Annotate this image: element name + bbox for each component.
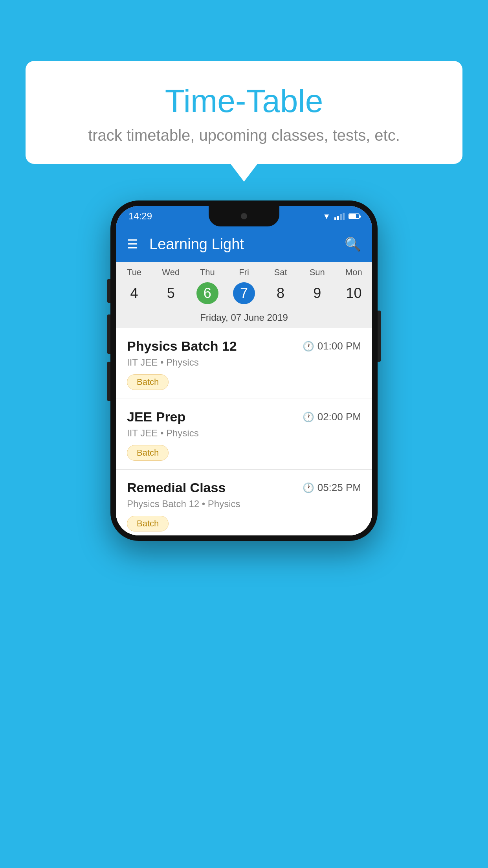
status-time: 14:29 <box>128 211 152 222</box>
phone-mockup: 14:29 ▼ ☰ Learning Light 🔍 <box>110 200 378 541</box>
phone-btn-vol-up <box>107 314 110 354</box>
item-subtitle-1: IIT JEE • Physics <box>127 428 361 439</box>
day-number-5[interactable]: 5 <box>160 282 182 304</box>
bubble-subtitle: track timetable, upcoming classes, tests… <box>49 127 439 144</box>
selected-date-label: Friday, 07 June 2019 <box>116 307 372 328</box>
calendar-day-fri[interactable]: Fri 7 <box>226 267 262 304</box>
item-title-0: Physics Batch 12 <box>127 338 237 354</box>
clock-icon-1: 🕐 <box>303 412 314 423</box>
day-number-6[interactable]: 6 <box>196 282 218 304</box>
search-icon[interactable]: 🔍 <box>345 236 361 252</box>
battery-fill <box>349 214 356 218</box>
schedule-item-header-0: Physics Batch 12 🕐 01:00 PM <box>127 338 361 354</box>
batch-tag-1: Batch <box>127 445 169 461</box>
item-time-2: 🕐 05:25 PM <box>303 482 361 494</box>
signal-icon <box>334 213 345 220</box>
phone-outer: 14:29 ▼ ☰ Learning Light 🔍 <box>110 200 378 541</box>
phone-btn-vol-down <box>107 362 110 401</box>
day-name-tue: Tue <box>116 267 152 278</box>
calendar-day-thu[interactable]: Thu 6 <box>189 267 226 304</box>
calendar-day-mon[interactable]: Mon 10 <box>336 267 372 304</box>
day-number-4[interactable]: 4 <box>123 282 145 304</box>
phone-btn-mute <box>107 279 110 303</box>
day-name-fri: Fri <box>226 267 262 278</box>
item-title-2: Remedial Class <box>127 480 226 495</box>
status-icons: ▼ <box>323 212 360 221</box>
clock-icon-0: 🕐 <box>303 341 314 352</box>
wifi-icon: ▼ <box>323 212 330 221</box>
day-name-thu: Thu <box>189 267 226 278</box>
calendar-section: Tue 4 Wed 5 Thu 6 Fri 7 Sat 8 Sun 9 Mon … <box>116 262 372 328</box>
bubble-title: Time-Table <box>49 83 439 120</box>
calendar-day-tue[interactable]: Tue 4 <box>116 267 152 304</box>
calendar-day-wed[interactable]: Wed 5 <box>152 267 189 304</box>
item-time-1: 🕐 02:00 PM <box>303 411 361 423</box>
item-title-1: JEE Prep <box>127 409 185 425</box>
calendar-day-sat[interactable]: Sat 8 <box>262 267 299 304</box>
schedule-item-0[interactable]: Physics Batch 12 🕐 01:00 PM IIT JEE • Ph… <box>116 328 372 399</box>
schedule-item-header-1: JEE Prep 🕐 02:00 PM <box>127 409 361 425</box>
item-subtitle-0: IIT JEE • Physics <box>127 357 361 368</box>
calendar-day-sun[interactable]: Sun 9 <box>299 267 336 304</box>
schedule-item-header-2: Remedial Class 🕐 05:25 PM <box>127 480 361 495</box>
item-subtitle-2: Physics Batch 12 • Physics <box>127 498 361 509</box>
day-name-sun: Sun <box>299 267 336 278</box>
battery-icon <box>349 213 360 219</box>
schedule-item-1[interactable]: JEE Prep 🕐 02:00 PM IIT JEE • Physics Ba… <box>116 399 372 470</box>
schedule-list: Physics Batch 12 🕐 01:00 PM IIT JEE • Ph… <box>116 328 372 535</box>
day-number-9[interactable]: 9 <box>306 282 328 304</box>
day-name-wed: Wed <box>152 267 189 278</box>
speech-bubble-container: Time-Table track timetable, upcoming cla… <box>26 61 462 164</box>
clock-icon-2: 🕐 <box>303 482 314 493</box>
day-number-8[interactable]: 8 <box>270 282 292 304</box>
day-number-10[interactable]: 10 <box>343 282 365 304</box>
phone-btn-power <box>378 311 381 362</box>
app-bar: ☰ Learning Light 🔍 <box>116 226 372 262</box>
speech-bubble: Time-Table track timetable, upcoming cla… <box>26 61 462 164</box>
day-name-sat: Sat <box>262 267 299 278</box>
day-number-7[interactable]: 7 <box>233 282 255 304</box>
schedule-item-2[interactable]: Remedial Class 🕐 05:25 PM Physics Batch … <box>116 470 372 535</box>
day-name-mon: Mon <box>336 267 372 278</box>
phone-screen: 14:29 ▼ ☰ Learning Light 🔍 <box>116 206 372 535</box>
batch-tag-2: Batch <box>127 516 169 531</box>
hamburger-menu-icon[interactable]: ☰ <box>127 237 138 252</box>
item-time-0: 🕐 01:00 PM <box>303 340 361 352</box>
phone-notch <box>209 206 279 226</box>
batch-tag-0: Batch <box>127 374 169 390</box>
app-title: Learning Light <box>149 236 345 253</box>
camera-dot <box>241 213 247 219</box>
days-row: Tue 4 Wed 5 Thu 6 Fri 7 Sat 8 Sun 9 Mon … <box>116 262 372 307</box>
